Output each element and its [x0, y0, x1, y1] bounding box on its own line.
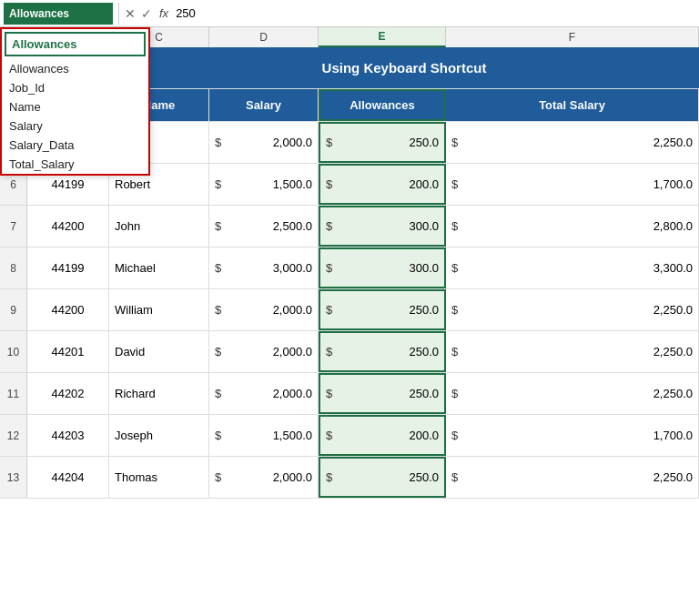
- dropdown-item[interactable]: Salary: [2, 116, 148, 136]
- cancel-icon[interactable]: ✕: [125, 6, 136, 21]
- dropdown-header: Allowances: [5, 32, 146, 56]
- header-total-salary: Total Salary: [446, 89, 699, 121]
- header-salary: Salary: [209, 89, 319, 121]
- cell-allowances[interactable]: $200.0: [319, 415, 446, 456]
- header-allowances: Allowances: [319, 89, 446, 121]
- row-num-9: 9: [0, 289, 27, 330]
- row-num-13: 13: [0, 457, 27, 498]
- table-row: 10 44201 David $2,000.0 $250.0 $2,250.0: [0, 331, 699, 373]
- cell-salary[interactable]: $2,000.0: [209, 457, 319, 498]
- table-row: 8 44199 Michael $3,000.0 $300.0 $3,300.0: [0, 247, 699, 289]
- fx-label: fx: [159, 6, 168, 20]
- formula-bar-icons: ✕ ✓: [125, 6, 152, 21]
- cell-job-id[interactable]: 44201: [27, 331, 109, 372]
- dropdown-item[interactable]: Allowances: [2, 59, 148, 78]
- cell-total[interactable]: $2,250.0: [446, 331, 699, 372]
- cell-name[interactable]: Richard: [109, 373, 209, 414]
- col-header-f[interactable]: F: [446, 27, 699, 47]
- table-row: 9 44200 William $2,000.0 $250.0 $2,250.0: [0, 289, 699, 331]
- cell-name[interactable]: William: [109, 289, 209, 330]
- title-cell: Using Keyboard Shortcut: [109, 47, 699, 88]
- formula-bar: Allowances ✕ ✓ fx: [0, 0, 699, 27]
- table-row: 13 44204 Thomas $2,000.0 $250.0 $2,250.0: [0, 457, 699, 499]
- table-row: 11 44202 Richard $2,000.0 $250.0 $2,250.…: [0, 373, 699, 415]
- cell-salary[interactable]: $1,500.0: [209, 415, 319, 456]
- cell-name[interactable]: John: [109, 206, 209, 247]
- cell-salary[interactable]: $2,000.0: [209, 331, 319, 372]
- dropdown-list[interactable]: AllowancesJob_IdNameSalarySalary_DataTot…: [2, 59, 148, 174]
- row-num-10: 10: [0, 331, 27, 372]
- name-box-dropdown[interactable]: Allowances AllowancesJob_IdNameSalarySal…: [0, 27, 150, 176]
- cell-salary[interactable]: $2,000.0: [209, 289, 319, 330]
- formula-bar-divider: [118, 3, 119, 25]
- cell-salary[interactable]: $2,500.0: [209, 206, 319, 247]
- cell-allowances[interactable]: $250.0: [319, 331, 446, 372]
- cell-allowances[interactable]: $250.0: [319, 457, 446, 498]
- cell-total[interactable]: $2,250.0: [446, 289, 699, 330]
- row-num-11: 11: [0, 373, 27, 414]
- cell-salary[interactable]: $1,500.0: [209, 164, 319, 205]
- cell-allowances[interactable]: $300.0: [319, 206, 446, 247]
- cell-salary[interactable]: $3,000.0: [209, 247, 319, 288]
- cell-salary[interactable]: $2,000.0: [209, 373, 319, 414]
- cell-total[interactable]: $1,700.0: [446, 164, 699, 205]
- cell-allowances[interactable]: $250.0: [319, 373, 446, 414]
- table-row: 7 44200 John $2,500.0 $300.0 $2,800.0: [0, 206, 699, 247]
- cell-job-id[interactable]: 44199: [27, 247, 109, 288]
- name-box[interactable]: Allowances: [4, 3, 113, 25]
- col-header-e[interactable]: E: [319, 27, 446, 47]
- cell-job-id[interactable]: 44200: [27, 289, 109, 330]
- cell-total[interactable]: $3,300.0: [446, 247, 699, 288]
- row-num-8: 8: [0, 247, 27, 288]
- table-row: 12 44203 Joseph $1,500.0 $200.0 $1,700.0: [0, 415, 699, 457]
- cell-job-id[interactable]: 44203: [27, 415, 109, 456]
- cell-allowances[interactable]: $300.0: [319, 247, 446, 288]
- dropdown-item[interactable]: Job_Id: [2, 78, 148, 97]
- cell-allowances[interactable]: $200.0: [319, 164, 446, 205]
- cell-allowances[interactable]: $250.0: [319, 289, 446, 330]
- cell-allowances[interactable]: $250.0: [319, 122, 446, 163]
- dropdown-item[interactable]: Total_Salary: [2, 155, 148, 174]
- cell-name[interactable]: Joseph: [109, 415, 209, 456]
- row-num-12: 12: [0, 415, 27, 456]
- cell-job-id[interactable]: 44204: [27, 457, 109, 498]
- cell-name[interactable]: David: [109, 331, 209, 372]
- cell-total[interactable]: $2,250.0: [446, 373, 699, 414]
- cell-total[interactable]: $2,250.0: [446, 457, 699, 498]
- data-rows: 5 44198 James $2,000.0 $250.0 $2,250.0 6…: [0, 122, 699, 499]
- cell-salary[interactable]: $2,000.0: [209, 122, 319, 163]
- cell-total[interactable]: $1,700.0: [446, 415, 699, 456]
- dropdown-item[interactable]: Name: [2, 97, 148, 116]
- dropdown-item[interactable]: Salary_Data: [2, 136, 148, 155]
- cell-job-id[interactable]: 44200: [27, 206, 109, 247]
- formula-input[interactable]: [176, 3, 695, 25]
- cell-total[interactable]: $2,800.0: [446, 206, 699, 247]
- cell-name[interactable]: Thomas: [109, 457, 209, 498]
- col-header-d[interactable]: D: [209, 27, 319, 47]
- row-num-7: 7: [0, 206, 27, 247]
- cell-total[interactable]: $2,250.0: [446, 122, 699, 163]
- cell-name[interactable]: Michael: [109, 247, 209, 288]
- confirm-icon[interactable]: ✓: [141, 6, 152, 21]
- cell-job-id[interactable]: 44202: [27, 373, 109, 414]
